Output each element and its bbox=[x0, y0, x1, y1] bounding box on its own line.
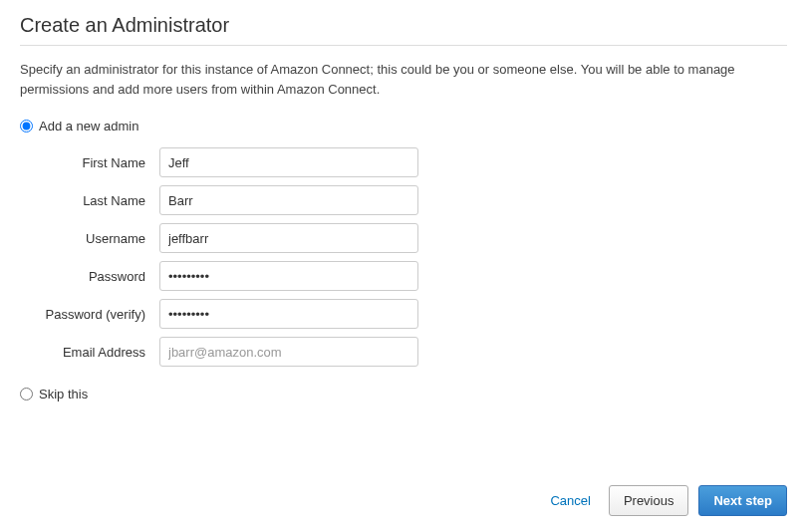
label-last-name: Last Name bbox=[20, 193, 159, 208]
create-admin-page: Create an Administrator Specify an admin… bbox=[0, 0, 807, 532]
label-email: Email Address bbox=[20, 345, 159, 360]
radio-skip[interactable] bbox=[20, 388, 33, 400]
row-first-name: First Name bbox=[20, 147, 787, 177]
row-email: Email Address bbox=[20, 337, 787, 367]
row-password-verify: Password (verify) bbox=[20, 299, 787, 329]
label-password-verify: Password (verify) bbox=[20, 307, 159, 322]
input-password[interactable] bbox=[159, 261, 418, 291]
option-add-admin[interactable]: Add a new admin bbox=[20, 119, 787, 133]
cancel-button[interactable]: Cancel bbox=[542, 487, 598, 514]
input-password-verify[interactable] bbox=[159, 299, 418, 329]
option-add-admin-label: Add a new admin bbox=[39, 119, 138, 133]
input-email[interactable] bbox=[159, 337, 418, 367]
option-skip[interactable]: Skip this bbox=[20, 387, 787, 401]
label-username: Username bbox=[20, 231, 159, 246]
label-password: Password bbox=[20, 269, 159, 284]
option-skip-label: Skip this bbox=[39, 387, 88, 401]
next-step-button[interactable]: Next step bbox=[698, 485, 787, 516]
label-first-name: First Name bbox=[20, 155, 159, 170]
previous-button[interactable]: Previous bbox=[609, 485, 689, 516]
row-password: Password bbox=[20, 261, 787, 291]
row-last-name: Last Name bbox=[20, 185, 787, 215]
footer-actions: Cancel Previous Next step bbox=[542, 485, 787, 516]
title-divider bbox=[20, 45, 787, 46]
input-username[interactable] bbox=[159, 223, 418, 253]
page-description: Specify an administrator for this instan… bbox=[20, 60, 787, 99]
input-first-name[interactable] bbox=[159, 147, 418, 177]
row-username: Username bbox=[20, 223, 787, 253]
admin-form: First Name Last Name Username Password P… bbox=[20, 147, 787, 367]
radio-add-admin[interactable] bbox=[20, 120, 33, 133]
page-title: Create an Administrator bbox=[20, 14, 787, 37]
input-last-name[interactable] bbox=[159, 185, 418, 215]
